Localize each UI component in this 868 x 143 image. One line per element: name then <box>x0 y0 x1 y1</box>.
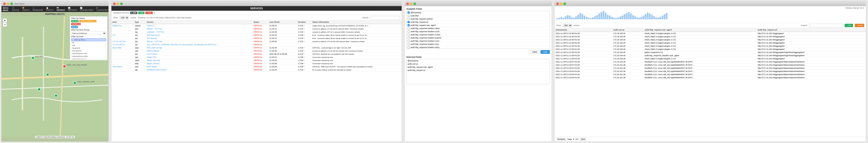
available-field-item[interactable]: @timestamp <box>406 11 550 14</box>
field-checkbox[interactable] <box>408 31 410 33</box>
pack-item-http[interactable]: http <box>71 44 106 47</box>
cell-service[interactable]: Skype_timeout <box>146 62 252 65</box>
cell-service[interactable]: wordpress theme demo <box>146 68 252 71</box>
nav-geomap[interactable]: 🗺 GEOMAP <box>56 6 66 11</box>
apply-button[interactable]: Apply <box>540 50 550 54</box>
zoom-out-button[interactable]: − <box>3 23 7 27</box>
pack-item-hp-generic[interactable]: hp-generic <box>71 47 106 49</box>
available-field-item[interactable]: audit.filter <box>406 14 550 17</box>
col-status[interactable]: Status <box>252 21 268 24</box>
close-button-2[interactable] <box>113 3 116 5</box>
field-checkbox[interactable] <box>408 27 410 30</box>
maximize-button-2[interactable] <box>120 3 123 5</box>
available-field-item[interactable]: audit.http_response.headers.Expiras <box>406 36 550 40</box>
cell-service[interactable]: Logstash - TCP Port <box>146 31 252 34</box>
nav-reports[interactable]: 📊 REPORTS <box>67 6 78 11</box>
field-checkbox[interactable] <box>408 21 410 23</box>
zoom-in-button[interactable]: + <box>3 18 7 23</box>
field-checkbox[interactable] <box>408 40 410 42</box>
pack-item-networkdevice-traffic[interactable]: networkdevice-traffic <box>71 55 106 58</box>
available-field-item[interactable]: audit.http_request.method <box>406 17 550 21</box>
show-entries-select[interactable]: 200 50 100 <box>120 16 129 20</box>
cell-service[interactable]: RAM usage <box>146 65 252 68</box>
tag-build[interactable]: BUILD <box>71 26 78 28</box>
col-type[interactable]: Type <box>133 21 146 24</box>
field-checkbox[interactable] <box>408 11 410 14</box>
available-field-item[interactable]: audit.http_response.headers.Cach... <box>406 30 550 33</box>
cell-service[interactable]: fillanao - TCP Port <box>146 40 252 43</box>
audit-col-header[interactable]: audit.http_request.url <box>756 28 866 32</box>
search-input[interactable] <box>371 16 400 20</box>
cell-service[interactable]: Search 1 <box>146 24 252 27</box>
minimize-button[interactable] <box>7 3 9 5</box>
minimize-button-2[interactable] <box>117 3 119 5</box>
available-field-item[interactable]: audit.http_response.headers.Cont... <box>406 40 550 43</box>
field-checkbox[interactable] <box>408 46 410 48</box>
close-button-3[interactable] <box>406 3 409 5</box>
field-checkbox[interactable] <box>408 43 410 45</box>
pack-item-networkdevice-mem[interactable]: networkdevice-mem <box>71 52 106 55</box>
col-host[interactable]: Host <box>112 21 133 24</box>
tag-up[interactable]: UP (14) <box>71 20 79 22</box>
selected-field-item[interactable]: audit.user.ip <box>406 63 550 66</box>
json-button[interactable]: ↓ JSON <box>855 24 864 27</box>
available-field-item[interactable]: audit.http_response.headers.Story <box>406 46 550 49</box>
field-checkbox[interactable] <box>408 24 410 26</box>
close-button[interactable] <box>3 3 6 5</box>
cell-service[interactable]: Fire Product <box>146 52 252 56</box>
csv-button[interactable]: ↓ CSV <box>845 24 853 27</box>
col-duration[interactable]: Duration <box>297 21 311 24</box>
nav-configuration[interactable]: ⚙ CONFIGURATION <box>95 6 109 11</box>
audit-col-header[interactable]: @timestamp <box>555 28 612 32</box>
cell-service[interactable]: Edit Load Average <box>146 46 252 49</box>
audit-col-header[interactable]: audit.http_request.user_agent <box>644 28 756 32</box>
cell-service[interactable]: httpsCertificate <box>146 49 252 52</box>
cell-service[interactable]: SSL_CRITICAL: Certificate Unknown CN enc… <box>146 43 252 46</box>
col-lastcheck[interactable]: Last Check <box>268 21 297 24</box>
close-button-4[interactable] <box>556 3 559 5</box>
field-checkbox[interactable] <box>408 15 410 17</box>
maximize-button[interactable] <box>10 3 13 5</box>
pack-item-networkdevice-cpu[interactable]: networkdevice-cpu <box>71 58 106 59</box>
available-field-item[interactable]: audit.http_response.headers.Vary <box>406 43 550 46</box>
tag-down[interactable]: DOWN (3) <box>71 23 81 25</box>
host-group-select[interactable]: Filter by HostGroup <box>71 32 106 35</box>
maximize-button-3[interactable] <box>413 3 416 5</box>
selected-field-item[interactable]: @timestamp <box>406 59 550 63</box>
cell-status: CRITICAL <box>252 37 268 40</box>
selected-field-item[interactable]: audit.http_request.url <box>406 69 550 72</box>
prev-page-button[interactable]: Previous <box>556 138 566 141</box>
pack-item-selected[interactable]: — Filter by Pack — <box>71 38 106 41</box>
pack-item-ftp[interactable]: ftp <box>71 41 106 44</box>
col-info[interactable]: Status Information <box>311 21 402 24</box>
field-checkbox[interactable] <box>408 34 410 36</box>
available-field-item[interactable]: audit.http_request.url <box>406 21 550 24</box>
selected-field-item[interactable]: audit.http_request.user_agent <box>406 66 550 69</box>
minimize-button-4[interactable] <box>560 3 562 5</box>
clear-button[interactable]: Clear <box>530 50 539 54</box>
col-service[interactable]: Service <box>146 21 252 24</box>
tag-unreachable[interactable]: UNREACHABLE (1) <box>79 20 96 22</box>
minimize-button-3[interactable] <box>410 3 412 5</box>
audit-search-input[interactable] <box>809 24 843 27</box>
nav-problems[interactable]: ⚠ PROBLEMS <box>32 6 44 11</box>
cell-service[interactable]: Edit Data Store <box>146 34 252 37</box>
nav-status[interactable]: ⬛ STATUS <box>11 6 20 11</box>
nav-assets[interactable]: 📦 ASSETS <box>21 6 31 11</box>
available-field-item[interactable]: audit.http_request.user_agent <box>406 24 550 27</box>
maximize-button-4[interactable] <box>563 3 566 5</box>
available-field-item[interactable]: audit.http_response.headers.Allow <box>406 27 550 30</box>
nav-dashboards[interactable]: 📈 DASHBOARDS <box>79 6 94 11</box>
audit-entries-select[interactable]: 200 50 100 <box>563 24 572 27</box>
cell-service[interactable]: fillanao - TCP Port <box>146 27 252 31</box>
available-field-item[interactable]: audit.http_response.headers.Conte... <box>406 33 550 36</box>
field-checkbox[interactable] <box>408 18 410 20</box>
cell-service[interactable]: Maple CPU <box>146 56 252 59</box>
next-page-button[interactable]: Next <box>580 138 586 141</box>
field-checkbox[interactable] <box>408 37 410 39</box>
cell-service[interactable]: EM Memory <box>146 37 252 40</box>
audit-col-header[interactable]: audit.user.ip <box>612 28 644 32</box>
cell-service[interactable]: Skype_Memory <box>146 59 252 62</box>
pack-item-infra-generic[interactable]: infra-generic <box>71 49 106 52</box>
nav-events[interactable]: 📋 EVENTS <box>45 6 55 11</box>
